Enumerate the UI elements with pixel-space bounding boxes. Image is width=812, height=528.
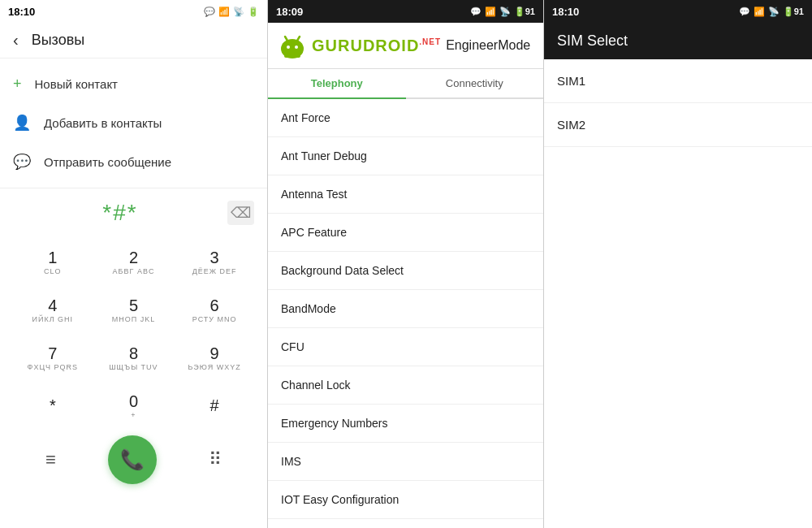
list-item-ims[interactable]: IMS bbox=[268, 443, 543, 481]
call-button[interactable]: 📞 bbox=[108, 435, 157, 484]
dial-key-9[interactable]: 9 ЬЭЮЯ WXYZ bbox=[175, 335, 254, 381]
dial-num-1: 1 bbox=[48, 249, 57, 267]
engineer-header: GURUDROID.net EngineerMode bbox=[268, 23, 543, 69]
dial-letters-4: ИЙКЛ GHI bbox=[32, 315, 74, 323]
android-logo-icon bbox=[278, 31, 307, 60]
svg-point-3 bbox=[295, 45, 298, 49]
dial-key-1[interactable]: 1 CLO bbox=[13, 239, 93, 285]
list-item-cfu[interactable]: CFU bbox=[268, 328, 543, 366]
dial-display: *#* bbox=[13, 200, 227, 226]
contacts-grid-button[interactable]: ⠿ bbox=[196, 443, 235, 477]
dial-key-6[interactable]: 6 РСТУ MNO bbox=[175, 287, 254, 333]
whatsapp-icon-sim: 💬 bbox=[739, 6, 750, 17]
send-message-label: Отправить сообщение bbox=[44, 155, 171, 169]
dial-key-hash[interactable]: # bbox=[175, 383, 254, 429]
svg-rect-6 bbox=[282, 45, 285, 53]
svg-rect-9 bbox=[294, 54, 300, 58]
dial-num-7: 7 bbox=[48, 344, 57, 363]
dial-letters-3: ДЁЕЖ DEF bbox=[192, 267, 237, 275]
list-item-ant-force[interactable]: Ant Force bbox=[268, 99, 543, 137]
list-item-emergency-numbers[interactable]: Emergency Numbers bbox=[268, 405, 543, 443]
dial-key-8[interactable]: 8 ШЩЪЫ TUV bbox=[94, 335, 174, 381]
svg-rect-1 bbox=[284, 44, 300, 54]
calls-title: Вызовы bbox=[32, 32, 85, 49]
dialpad-grid: 1 CLO 2 АБВГ ABC 3 ДЁЕЖ DEF 4 ИЙКЛ GHI 5… bbox=[13, 239, 254, 429]
status-bar-sim: 18:10 💬 📶 📡 🔋91 bbox=[544, 0, 812, 23]
dialpad-area: *#* ⌫ 1 CLO 2 АБВГ ABC 3 ДЁЕЖ DEF 4 ИЙКЛ… bbox=[0, 188, 267, 528]
svg-line-4 bbox=[285, 37, 287, 41]
dial-key-2[interactable]: 2 АБВГ ABC bbox=[94, 239, 174, 285]
list-item-bandmode[interactable]: BandMode bbox=[268, 290, 543, 328]
sim2-item[interactable]: SIM2 bbox=[544, 103, 812, 147]
dial-num-9: 9 bbox=[210, 344, 219, 363]
dial-letters-2: АБВГ ABC bbox=[113, 267, 155, 275]
backspace-button[interactable]: ⌫ bbox=[227, 201, 254, 225]
status-icons-sim: 💬 📶 📡 🔋91 bbox=[739, 6, 804, 17]
engineer-list: Ant Force Ant Tuner Debug Antenna Test A… bbox=[268, 99, 543, 528]
dial-key-star[interactable]: * bbox=[13, 383, 93, 429]
list-item-apc-feature[interactable]: APC Feature bbox=[268, 214, 543, 252]
menu-button[interactable]: ≡ bbox=[32, 443, 69, 477]
dial-letters-1: CLO bbox=[44, 267, 62, 275]
whatsapp-icon: 💬 bbox=[204, 6, 215, 17]
dial-key-5[interactable]: 5 МНОП JKL bbox=[94, 287, 174, 333]
logo-text: GURUDROID.net bbox=[312, 37, 441, 55]
sim-header: SIM Select bbox=[544, 23, 812, 59]
list-item-background-data[interactable]: Background Data Select bbox=[268, 252, 543, 290]
back-button[interactable]: ‹ bbox=[13, 31, 19, 50]
list-item-iot-easy[interactable]: IOT Easy Configuration bbox=[268, 481, 543, 519]
tab-connectivity[interactable]: Connectivity bbox=[406, 69, 544, 99]
status-bar-engineer: 18:09 💬 📶 📡 🔋91 bbox=[268, 0, 543, 23]
panel-engineer: 18:09 💬 📶 📡 🔋91 GURUDROID.net bbox=[268, 0, 544, 528]
tabs-row: Telephony Connectivity bbox=[268, 69, 543, 99]
engineer-mode-title: EngineerMode bbox=[446, 38, 530, 53]
dial-num-hash: # bbox=[210, 396, 219, 415]
dial-num-8: 8 bbox=[129, 344, 138, 363]
svg-point-2 bbox=[287, 45, 290, 49]
dial-key-7[interactable]: 7 ФХЦЧ PQRS bbox=[13, 335, 93, 381]
battery-icon: 🔋 bbox=[248, 6, 259, 17]
dial-input-row: *#* ⌫ bbox=[13, 200, 254, 226]
dial-num-3: 3 bbox=[210, 249, 219, 267]
sim1-item[interactable]: SIM1 bbox=[544, 59, 812, 103]
dial-letters-9: ЬЭЮЯ WXYZ bbox=[188, 363, 240, 371]
dial-key-4[interactable]: 4 ИЙКЛ GHI bbox=[13, 287, 93, 333]
svg-rect-7 bbox=[300, 45, 303, 53]
svg-line-5 bbox=[297, 37, 300, 41]
list-item-ant-tuner[interactable]: Ant Tuner Debug bbox=[268, 137, 543, 175]
tab-telephony[interactable]: Telephony bbox=[268, 69, 406, 99]
list-item-antenna-test[interactable]: Antenna Test bbox=[268, 175, 543, 214]
dial-key-0[interactable]: 0 + bbox=[94, 383, 174, 429]
status-bar-calls: 18:10 💬 📶 📡 🔋 bbox=[0, 0, 267, 23]
battery-icon-sim: 🔋91 bbox=[783, 6, 804, 17]
person-icon: 👤 bbox=[13, 114, 31, 132]
wifi-icon-sim: 📡 bbox=[768, 6, 780, 17]
dial-key-3[interactable]: 3 ДЁЕЖ DEF bbox=[175, 239, 254, 285]
add-contact-icon: + bbox=[13, 76, 22, 93]
add-to-contacts-item[interactable]: 👤 Добавить в контакты bbox=[0, 103, 267, 142]
sim-list: SIM1 SIM2 bbox=[544, 59, 812, 528]
whatsapp-icon-eng: 💬 bbox=[470, 6, 482, 17]
new-contact-item[interactable]: + Новый контакт bbox=[0, 65, 267, 103]
dial-num-6: 6 bbox=[210, 296, 219, 315]
dial-letters-7: ФХЦЧ PQRS bbox=[28, 363, 79, 371]
calls-header: ‹ Вызовы bbox=[0, 23, 267, 58]
message-icon: 💬 bbox=[13, 153, 31, 171]
call-icon: 📞 bbox=[120, 448, 145, 471]
signal-icon-eng: 📶 bbox=[485, 6, 496, 17]
list-item-channel-lock[interactable]: Channel Lock bbox=[268, 366, 543, 405]
panel-sim: 18:10 💬 📶 📡 🔋91 SIM Select SIM1 SIM2 bbox=[544, 0, 812, 528]
status-icons-calls: 💬 📶 📡 🔋 bbox=[204, 6, 259, 17]
dial-num-4: 4 bbox=[48, 296, 57, 315]
panel-calls: 18:10 💬 📶 📡 🔋 ‹ Вызовы + Новый контакт 👤… bbox=[0, 0, 268, 528]
battery-icon-eng: 🔋91 bbox=[514, 6, 535, 17]
time-engineer: 18:09 bbox=[276, 6, 303, 18]
signal-icon-sim: 📶 bbox=[754, 6, 765, 17]
dial-letters-5: МНОП JKL bbox=[112, 315, 155, 323]
wifi-icon-eng: 📡 bbox=[499, 6, 511, 17]
dial-num-2: 2 bbox=[129, 249, 138, 267]
send-message-item[interactable]: 💬 Отправить сообщение bbox=[0, 142, 267, 181]
new-contact-label: Новый контакт bbox=[35, 77, 118, 91]
signal-icon: 📶 bbox=[218, 6, 230, 17]
svg-rect-8 bbox=[284, 54, 291, 58]
